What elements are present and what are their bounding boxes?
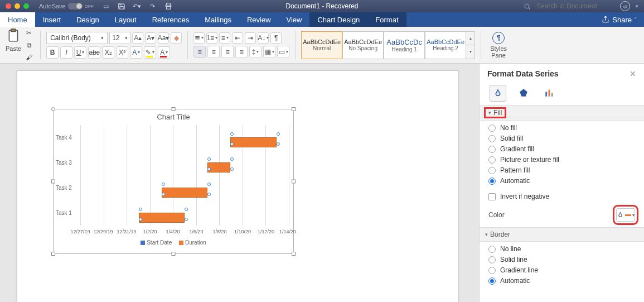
resize-handle[interactable] — [172, 107, 176, 111]
chart-object[interactable]: Chart Title Task 4 Task 3 Task 2 Task 1 — [53, 109, 294, 254]
text-effects-button[interactable]: A — [130, 46, 142, 59]
show-marks-button[interactable]: ¶ — [270, 32, 282, 44]
resize-handle[interactable] — [51, 180, 55, 184]
fill-options: No fill Solid fill Gradient fill Picture… — [480, 121, 644, 206]
radio-picture-fill[interactable]: Picture or texture fill — [488, 156, 635, 164]
decrease-indent-button[interactable]: ⇤ — [232, 32, 243, 44]
style-heading2[interactable]: AaBbCcDdEeHeading 2 — [425, 31, 466, 59]
tab-review[interactable]: Review — [239, 12, 279, 27]
format-painter-icon[interactable]: 🖌 — [23, 52, 35, 63]
line-spacing-button[interactable]: ‡ — [249, 46, 262, 58]
multilevel-button[interactable]: ≡ — [219, 32, 230, 44]
close-icon[interactable]: ✕ — [630, 69, 636, 78]
tab-design[interactable]: Design — [69, 12, 106, 27]
radio-solid-fill[interactable]: Solid fill — [488, 135, 635, 142]
radio-no-line[interactable]: No line — [488, 245, 635, 253]
style-gallery-arrows[interactable]: ▴▾ — [466, 31, 475, 59]
resize-handle[interactable] — [292, 252, 296, 256]
tab-format[interactable]: Format — [367, 12, 406, 27]
home-page-icon[interactable]: ▭ — [101, 2, 110, 11]
justify-button[interactable]: ≡ — [235, 46, 248, 58]
minimize-window-button[interactable] — [14, 3, 20, 9]
document-canvas[interactable]: Chart Title Task 4 Task 3 Task 2 Task 1 — [0, 64, 479, 302]
radio-automatic-fill[interactable]: Automatic — [488, 177, 635, 185]
redo-icon[interactable]: ↷ — [148, 2, 157, 11]
borders-button[interactable]: ▭ — [277, 46, 289, 58]
strikethrough-button[interactable]: abc — [88, 46, 100, 59]
font-name-dropdown[interactable]: Calibri (Body)▾ — [46, 32, 108, 44]
tab-home[interactable]: Home — [0, 12, 35, 27]
bar-task1[interactable] — [139, 213, 185, 223]
series-options-tab[interactable] — [541, 85, 558, 102]
highlight-button[interactable]: ✎ — [144, 46, 156, 59]
font-size-dropdown[interactable]: 12▾ — [109, 32, 130, 44]
style-normal[interactable]: AaBbCcDdEeNormal — [301, 31, 342, 59]
autosave-switch[interactable] — [68, 3, 83, 9]
resize-handle[interactable] — [292, 180, 296, 184]
copy-icon[interactable]: ⧉ — [23, 40, 35, 51]
increase-font-icon[interactable]: A▴ — [132, 32, 143, 44]
underline-button[interactable]: U — [74, 46, 86, 59]
subscript-button[interactable]: X₂ — [102, 46, 114, 59]
radio-no-fill[interactable]: No fill — [488, 124, 635, 132]
bold-button[interactable]: B — [46, 46, 59, 59]
chart-legend[interactable]: Start Date Duration — [54, 239, 293, 246]
bar-task2[interactable] — [162, 188, 207, 198]
sort-button[interactable]: A↓ — [258, 32, 269, 44]
tab-mailings[interactable]: Mailings — [197, 12, 239, 27]
autosave-toggle[interactable]: AutoSave OFF — [39, 3, 94, 9]
tab-insert[interactable]: Insert — [35, 12, 69, 27]
tab-chart-design[interactable]: Chart Design — [309, 12, 367, 27]
close-window-button[interactable] — [6, 3, 11, 9]
clear-formatting-icon[interactable]: ◆ — [171, 32, 182, 44]
chart-title[interactable]: Chart Title — [54, 109, 293, 123]
decrease-font-icon[interactable]: A▾ — [145, 32, 156, 44]
shading-button[interactable]: ▦ — [263, 46, 275, 58]
bar-task4[interactable] — [230, 137, 276, 147]
tab-view[interactable]: View — [279, 12, 310, 27]
zoom-window-button[interactable] — [23, 3, 29, 9]
border-section-header[interactable]: ▾ Border — [480, 227, 644, 242]
paste-button[interactable] — [6, 27, 21, 44]
tab-references[interactable]: References — [144, 12, 197, 27]
fill-line-tab[interactable] — [490, 85, 506, 102]
styles-pane-button[interactable]: ¶ Styles Pane — [485, 29, 512, 61]
resize-handle[interactable] — [51, 252, 55, 256]
share-button[interactable]: Share ˆ — [594, 12, 644, 27]
radio-solid-line[interactable]: Solid line — [488, 256, 635, 263]
effects-tab[interactable] — [515, 85, 532, 102]
numbering-button[interactable]: 1≡ — [206, 32, 217, 44]
fill-section-header[interactable]: ▾Fill — [480, 105, 644, 121]
bar-task3[interactable] — [207, 162, 230, 172]
style-nospacing[interactable]: AaBbCcDdEeNo Spacing — [342, 31, 384, 59]
plot-area[interactable]: Task 4 Task 3 Task 2 Task 1 — [80, 125, 289, 226]
x-tick: 1/14/20 — [279, 229, 296, 234]
radio-automatic-line[interactable]: Automatic — [488, 277, 635, 285]
resize-handle[interactable] — [292, 107, 296, 111]
font-color-button[interactable]: A — [158, 46, 170, 59]
bullets-button[interactable]: ≣ — [193, 32, 205, 44]
italic-button[interactable]: I — [60, 46, 72, 59]
check-invert-negative[interactable]: Invert if negative — [488, 193, 635, 200]
print-icon[interactable] — [164, 2, 173, 11]
increase-indent-button[interactable]: ⇥ — [245, 32, 256, 44]
align-right-button[interactable]: ≡ — [221, 46, 234, 58]
superscript-button[interactable]: X² — [116, 46, 128, 59]
align-center-button[interactable]: ≡ — [207, 46, 220, 58]
radio-pattern-fill[interactable]: Pattern fill — [488, 166, 635, 174]
resize-handle[interactable] — [51, 107, 55, 111]
radio-gradient-line[interactable]: Gradient line — [488, 266, 635, 274]
feedback-icon[interactable]: ☺ — [620, 1, 630, 11]
save-icon[interactable] — [117, 2, 126, 11]
align-left-button[interactable]: ≡ — [193, 46, 206, 58]
resize-handle[interactable] — [172, 252, 176, 256]
style-heading1[interactable]: AaBbCcDcHeading 1 — [384, 31, 425, 59]
search-input[interactable] — [536, 2, 614, 10]
radio-gradient-fill[interactable]: Gradient fill — [488, 145, 635, 153]
fill-color-button[interactable]: ▾ — [616, 208, 635, 222]
tab-layout[interactable]: Layout — [107, 12, 144, 27]
undo-icon[interactable]: ↶▾ — [133, 2, 142, 11]
change-case-icon[interactable]: Aa▾ — [158, 32, 169, 44]
color-label: Color — [488, 211, 505, 219]
cut-icon[interactable]: ✂ — [23, 27, 35, 39]
